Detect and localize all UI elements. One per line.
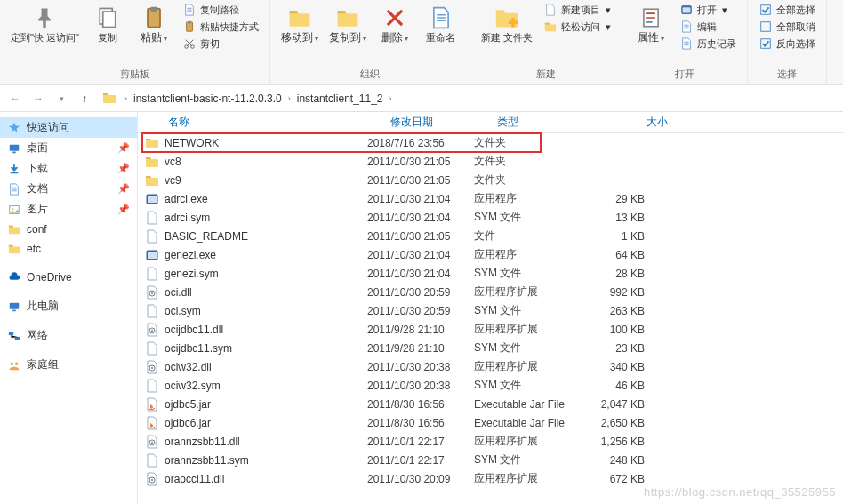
file-size: 672 KB	[581, 473, 652, 485]
file-row[interactable]: vc92011/10/30 21:05文件夹	[138, 171, 843, 189]
file-name: orannzsbb11.dll	[165, 436, 367, 448]
file-date: 2011/10/30 20:09	[367, 473, 474, 485]
file-row[interactable]: genezi.exe2011/10/30 21:04应用程序64 KB	[138, 245, 843, 264]
copy-path-button[interactable]: 复制路径	[179, 2, 262, 18]
paste-button[interactable]: 粘贴▾	[132, 2, 175, 46]
nav-onedrive[interactable]: OneDrive	[0, 268, 137, 287]
copy-button[interactable]: 复制	[86, 2, 129, 45]
folder-icon	[145, 173, 161, 188]
move-to-button[interactable]: 移动到▾	[277, 2, 322, 46]
main-area: 快速访问 桌面📌 下载📌 文档📌 图片📌 conf etc OneDrive 此…	[0, 112, 843, 504]
file-size: 1,256 KB	[581, 436, 652, 448]
file-name: adrci.sym	[165, 212, 367, 224]
ribbon-group-label: 剪贴板	[120, 66, 149, 83]
breadcrumb[interactable]: › instantclient-basic-nt-11.2.0.3.0 › in…	[98, 89, 838, 108]
file-row[interactable]: orannzsbb11.dll2011/10/1 22:17应用程序扩展1,25…	[138, 432, 843, 451]
file-date: 2011/9/28 21:10	[367, 324, 474, 336]
rename-button[interactable]: 重命名	[420, 2, 462, 45]
file-name: ociw32.dll	[165, 361, 367, 373]
nav-this-pc[interactable]: 此电脑	[0, 296, 137, 316]
folder-icon	[145, 136, 161, 150]
edit-button[interactable]: 编辑	[676, 19, 740, 35]
file-row[interactable]: BASIC_README2011/10/30 21:05文件1 KB	[138, 227, 843, 245]
file-row[interactable]: vc82011/10/30 21:05文件夹	[138, 152, 843, 171]
file-row[interactable]: ocijdbc11.sym2011/9/28 21:10SYM 文件23 KB	[138, 339, 843, 357]
file-row[interactable]: adrci.sym2011/10/30 21:04SYM 文件13 KB	[138, 208, 843, 227]
new-item-button[interactable]: 新建项目▾	[540, 2, 614, 18]
chevron-right-icon[interactable]: ›	[285, 94, 293, 103]
ribbon-group-select: 全部选择 全部取消 反向选择 选择	[748, 0, 827, 84]
dll-icon	[145, 435, 161, 449]
breadcrumb-item[interactable]: instantclient_11_2	[293, 91, 387, 107]
file-row[interactable]: orannzsbb11.sym2011/10/1 22:17SYM 文件248 …	[138, 451, 843, 469]
file-row[interactable]: NETWORK2018/7/16 23:56文件夹	[138, 133, 843, 152]
delete-button[interactable]: 删除▾	[373, 2, 416, 46]
file-row[interactable]: adrci.exe2011/10/30 21:04应用程序29 KB	[138, 189, 843, 208]
nav-etc[interactable]: etc	[0, 239, 137, 259]
nav-pictures[interactable]: 图片📌	[0, 199, 137, 220]
col-type[interactable]: 类型	[494, 115, 600, 130]
file-type: SYM 文件	[474, 303, 581, 318]
ribbon-group-organize: 移动到▾ 复制到▾ 删除▾ 重命名 组织	[270, 0, 470, 84]
col-name[interactable]: 名称	[165, 115, 387, 130]
open-button[interactable]: 打开▾	[676, 2, 740, 18]
paste-shortcut-button[interactable]: 粘贴快捷方式	[179, 19, 262, 35]
file-row[interactable]: genezi.sym2011/10/30 21:04SYM 文件28 KB	[138, 264, 843, 283]
nav-quick-access[interactable]: 快速访问	[0, 117, 137, 138]
navigation-pane: 快速访问 桌面📌 下载📌 文档📌 图片📌 conf etc OneDrive 此…	[0, 112, 138, 504]
file-size: 29 KB	[581, 193, 652, 205]
file-name: vc9	[165, 174, 367, 187]
properties-button[interactable]: 属性▾	[630, 2, 672, 46]
file-type: 应用程序扩展	[474, 471, 581, 486]
file-list-pane: 名称 修改日期 类型 大小 NETWORK2018/7/16 23:56文件夹v…	[138, 112, 843, 504]
select-all-button[interactable]: 全部选择	[755, 2, 819, 18]
forward-button[interactable]: →	[28, 89, 48, 108]
nav-downloads[interactable]: 下载📌	[0, 158, 137, 179]
file-date: 2011/10/30 20:38	[367, 361, 474, 373]
file-date: 2011/10/30 21:05	[367, 156, 474, 168]
select-none-button[interactable]: 全部取消	[755, 19, 819, 35]
invert-selection-button[interactable]: 反向选择	[755, 36, 819, 52]
col-size[interactable]: 大小	[600, 115, 671, 130]
back-button[interactable]: ←	[5, 89, 25, 108]
file-name: NETWORK	[165, 137, 367, 149]
pin-icon: 📌	[117, 142, 130, 154]
file-name: oci.dll	[165, 286, 367, 299]
up-button[interactable]: ↑	[75, 89, 94, 108]
file-row[interactable]: ocijdbc11.dll2011/9/28 21:10应用程序扩展100 KB	[138, 320, 843, 339]
file-type: SYM 文件	[474, 210, 581, 225]
file-size: 2,650 KB	[581, 417, 652, 429]
file-icon	[145, 267, 161, 281]
easy-access-button[interactable]: 轻松访问▾	[540, 19, 614, 35]
file-size: 28 KB	[581, 268, 652, 280]
nav-conf[interactable]: conf	[0, 220, 137, 239]
chevron-right-icon[interactable]: ›	[122, 94, 130, 103]
new-folder-button[interactable]: 新建 文件夹	[478, 2, 536, 45]
copy-to-button[interactable]: 复制到▾	[325, 2, 370, 46]
recent-button[interactable]: ▾	[52, 89, 71, 108]
folder-icon	[102, 91, 118, 107]
file-row[interactable]: ojdbc6.jar2011/8/30 16:56Executable Jar …	[138, 413, 843, 432]
file-row[interactable]: oci.sym2011/10/30 20:59SYM 文件263 KB	[138, 301, 843, 320]
file-list: NETWORK2018/7/16 23:56文件夹vc82011/10/30 2…	[138, 133, 843, 488]
file-date: 2011/10/30 21:05	[367, 230, 474, 243]
nav-documents[interactable]: 文档📌	[0, 179, 137, 199]
nav-homegroup[interactable]: 家庭组	[0, 355, 137, 375]
pin-icon: 📌	[117, 183, 130, 195]
history-button[interactable]: 历史记录	[676, 36, 740, 52]
file-date: 2011/10/30 21:04	[367, 268, 474, 280]
pin-to-quick-access-button[interactable]: 定到"快 速访问"	[7, 2, 83, 45]
file-type: 应用程序扩展	[474, 284, 581, 300]
col-date[interactable]: 修改日期	[387, 115, 494, 130]
file-type: 应用程序	[474, 247, 581, 262]
chevron-right-icon[interactable]: ›	[387, 94, 395, 103]
file-row[interactable]: oci.dll2011/10/30 20:59应用程序扩展992 KB	[138, 283, 843, 301]
nav-network[interactable]: 网络	[0, 325, 137, 346]
breadcrumb-item[interactable]: instantclient-basic-nt-11.2.0.3.0	[130, 91, 285, 107]
cut-button[interactable]: 剪切	[179, 36, 262, 52]
nav-desktop[interactable]: 桌面📌	[0, 138, 137, 158]
file-row[interactable]: ojdbc5.jar2011/8/30 16:56Executable Jar …	[138, 395, 843, 413]
file-row[interactable]: ociw32.sym2011/10/30 20:38SYM 文件46 KB	[138, 376, 843, 395]
file-row[interactable]: ociw32.dll2011/10/30 20:38应用程序扩展340 KB	[138, 357, 843, 376]
jar-icon	[145, 416, 161, 430]
